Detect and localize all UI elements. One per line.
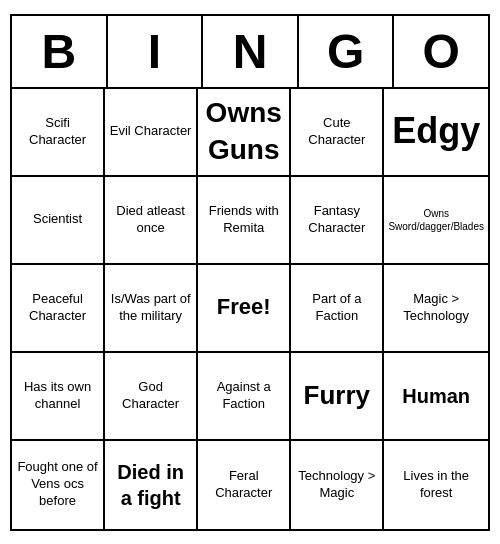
bingo-cell-12[interactable]: Free!: [198, 265, 291, 353]
bingo-cell-17[interactable]: Against a Faction: [198, 353, 291, 441]
bingo-cell-8[interactable]: Fantasy Character: [291, 177, 384, 265]
bingo-cell-2[interactable]: Owns Guns: [198, 89, 291, 177]
bingo-cell-11[interactable]: Is/Was part of the military: [105, 265, 198, 353]
bingo-cell-20[interactable]: Fought one of Vens ocs before: [12, 441, 105, 529]
bingo-cell-19[interactable]: Human: [384, 353, 488, 441]
bingo-cell-16[interactable]: God Character: [105, 353, 198, 441]
bingo-cell-21[interactable]: Died in a fight: [105, 441, 198, 529]
bingo-cell-3[interactable]: Cute Character: [291, 89, 384, 177]
bingo-cell-13[interactable]: Part of a Faction: [291, 265, 384, 353]
bingo-cell-14[interactable]: Magic > Technology: [384, 265, 488, 353]
bingo-cell-10[interactable]: Peaceful Character: [12, 265, 105, 353]
bingo-cell-9[interactable]: Owns Sword/dagger/Blades: [384, 177, 488, 265]
bingo-header: B I N G O: [12, 16, 488, 89]
bingo-cell-1[interactable]: Evil Character: [105, 89, 198, 177]
bingo-cell-4[interactable]: Edgy: [384, 89, 488, 177]
bingo-cell-24[interactable]: Lives in the forest: [384, 441, 488, 529]
bingo-cell-7[interactable]: Friends with Remita: [198, 177, 291, 265]
bingo-cell-5[interactable]: Scientist: [12, 177, 105, 265]
header-i: I: [108, 16, 204, 87]
bingo-cell-22[interactable]: Feral Character: [198, 441, 291, 529]
header-b: B: [12, 16, 108, 87]
bingo-cell-6[interactable]: Died atleast once: [105, 177, 198, 265]
bingo-card: B I N G O Scifi CharacterEvil CharacterO…: [10, 14, 490, 531]
bingo-cell-15[interactable]: Has its own channel: [12, 353, 105, 441]
bingo-cell-0[interactable]: Scifi Character: [12, 89, 105, 177]
header-n: N: [203, 16, 299, 87]
bingo-grid: Scifi CharacterEvil CharacterOwns GunsCu…: [12, 89, 488, 529]
header-o: O: [394, 16, 488, 87]
header-g: G: [299, 16, 395, 87]
bingo-cell-23[interactable]: Technology > Magic: [291, 441, 384, 529]
bingo-cell-18[interactable]: Furry: [291, 353, 384, 441]
